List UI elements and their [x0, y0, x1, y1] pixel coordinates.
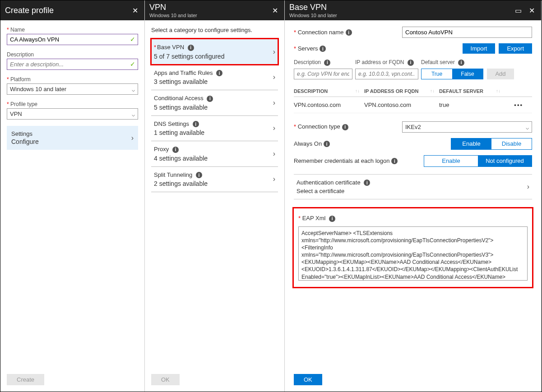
info-icon[interactable]: i [458, 60, 464, 66]
info-icon[interactable]: i [408, 60, 414, 66]
eap-xml-textarea[interactable]: AcceptServerName> <TLSExtensions xmlns="… [298, 226, 528, 281]
default-server-toggle[interactable]: True False [421, 69, 483, 79]
cell-ip: VPN.contoso.com [364, 101, 436, 108]
ok-button[interactable]: OK [151, 374, 180, 385]
info-icon[interactable]: i [320, 46, 326, 52]
info-icon[interactable]: i [342, 124, 348, 130]
info-icon[interactable]: i [188, 45, 194, 51]
authcert-title: Authentication certificate [296, 179, 361, 186]
platform-select[interactable]: Windows 10 and later ⌵ [7, 83, 138, 95]
profile-type-select[interactable]: VPN ⌵ [7, 108, 138, 120]
always-on-label: Always On [294, 140, 322, 147]
base-vpn-pane: Base VPN Windows 10 and later ▭ ✕ Connec… [285, 0, 542, 392]
connection-type-select[interactable]: IKEv2⌵ [402, 121, 532, 133]
chevron-down-icon: ⌵ [132, 87, 135, 93]
servers-table-header: DESCRIPTION↑↓ IP ADDRESS OR FQDN↑↓ DEFAU… [294, 86, 532, 97]
info-icon[interactable]: i [216, 70, 222, 76]
cell-description: VPN.contoso.com [294, 101, 361, 108]
add-button[interactable]: Add [487, 69, 514, 79]
chevron-right-icon: › [527, 183, 529, 191]
category-item-conditional-access[interactable]: Conditional Access i5 settings available… [151, 90, 278, 115]
category-item-base-vpn[interactable]: *Base VPN i5 of 7 settings configured› [151, 39, 278, 65]
close-icon[interactable]: ✕ [130, 5, 140, 15]
settings-title: Settings [11, 130, 39, 137]
platform-label: Platform [7, 76, 138, 83]
description-input[interactable] [7, 59, 138, 70]
connection-name-input[interactable] [402, 27, 532, 38]
server-desc-header: Description [294, 59, 321, 65]
info-icon[interactable]: i [196, 172, 202, 178]
category-prompt: Select a category to configure settings. [151, 27, 278, 33]
servers-label: Servers [298, 45, 318, 52]
description-label: Description [7, 51, 138, 58]
info-icon[interactable]: i [346, 29, 352, 36]
vpn-categories-pane: VPN Windows 10 and later ✕ Select a cate… [145, 0, 285, 392]
check-icon: ✓ [130, 36, 135, 43]
check-icon: ✓ [130, 60, 135, 68]
row-actions-icon[interactable]: ••• [505, 101, 523, 108]
category-item-split-tunneling[interactable]: Split Tunneling i2 settings available› [151, 166, 278, 193]
export-button[interactable]: Export [499, 43, 532, 54]
pane-c-header: Base VPN Windows 10 and later ▭ ✕ [285, 0, 541, 20]
close-icon[interactable]: ✕ [527, 5, 537, 15]
cell-default: true [439, 101, 502, 108]
chevron-down-icon: ⌵ [132, 111, 135, 118]
eap-xml-block: * EAP Xml i AcceptServerName> <TLSExtens… [294, 208, 532, 287]
toggle-enable[interactable]: Enable [424, 156, 478, 166]
pane-b-subtitle: Windows 10 and later [149, 13, 197, 18]
col-default: DEFAULT SERVER↑↓ [439, 88, 502, 94]
settings-configure-row[interactable]: Settings Configure › [7, 126, 138, 150]
remember-credentials-toggle[interactable]: Enable Not configured [424, 155, 532, 167]
pane-c-subtitle: Windows 10 and later [289, 13, 337, 18]
chevron-right-icon: › [273, 175, 275, 183]
name-label: Name [7, 27, 138, 33]
maximize-icon[interactable]: ▭ [513, 5, 523, 15]
info-icon[interactable]: i [364, 180, 370, 186]
pane-c-title: Base VPN [289, 3, 337, 12]
category-item-proxy[interactable]: Proxy i4 settings available› [151, 141, 278, 166]
server-ip-header: IP address or FQDN [355, 59, 404, 65]
authentication-certificate-row[interactable]: Authentication certificate i Select a ce… [294, 174, 532, 200]
col-description: DESCRIPTION↑↓ [294, 88, 361, 94]
create-button[interactable]: Create [7, 374, 44, 385]
chevron-down-icon: ⌵ [526, 125, 529, 131]
info-icon[interactable]: i [391, 158, 398, 164]
sort-icon[interactable]: ↑↓ [496, 88, 500, 93]
toggle-enable[interactable]: Enable [451, 138, 491, 149]
always-on-toggle[interactable]: Enable Disable [451, 138, 532, 150]
category-item-dns-settings[interactable]: DNS Settings i1 setting available› [151, 115, 278, 141]
sort-icon[interactable]: ↑↓ [355, 88, 360, 93]
chevron-right-icon: › [273, 99, 275, 107]
server-desc-input[interactable] [294, 69, 352, 79]
authcert-sub: Select a certificate [296, 188, 370, 194]
profile-type-label: Profile type [7, 101, 138, 107]
info-icon[interactable]: i [324, 60, 330, 66]
info-icon[interactable]: i [324, 141, 330, 147]
sort-icon[interactable]: ↑↓ [430, 88, 435, 93]
name-input[interactable] [7, 34, 138, 45]
pane-a-title: Create profile [5, 6, 54, 15]
toggle-false[interactable]: False [452, 69, 483, 79]
pane-a-header: Create profile ✕ [0, 0, 144, 20]
info-icon[interactable]: i [172, 147, 179, 153]
info-icon[interactable]: i [193, 121, 199, 127]
pane-b-title: VPN [149, 3, 197, 12]
pane-b-header: VPN Windows 10 and later ✕ [145, 0, 284, 20]
table-row: VPN.contoso.comVPN.contoso.comtrue••• [294, 97, 532, 113]
chevron-right-icon: › [273, 124, 275, 132]
category-item-apps-and-traffic-rules[interactable]: Apps and Traffic Rules i3 settings avail… [151, 65, 278, 90]
info-icon[interactable]: i [329, 216, 335, 222]
ok-button[interactable]: OK [294, 374, 322, 385]
import-button[interactable]: Import [463, 43, 496, 54]
col-ip: IP ADDRESS OR FQDN↑↓ [364, 88, 436, 94]
toggle-true[interactable]: True [422, 69, 452, 79]
toggle-not-configured[interactable]: Not configured [478, 156, 532, 166]
close-icon[interactable]: ✕ [270, 5, 280, 15]
server-default-header: Default server [421, 59, 455, 65]
chevron-right-icon: › [273, 48, 275, 56]
chevron-right-icon: › [273, 150, 275, 158]
server-ip-input[interactable] [355, 69, 418, 79]
info-icon[interactable]: i [207, 96, 213, 102]
chevron-right-icon: › [273, 73, 275, 81]
toggle-disable[interactable]: Disable [491, 138, 532, 149]
